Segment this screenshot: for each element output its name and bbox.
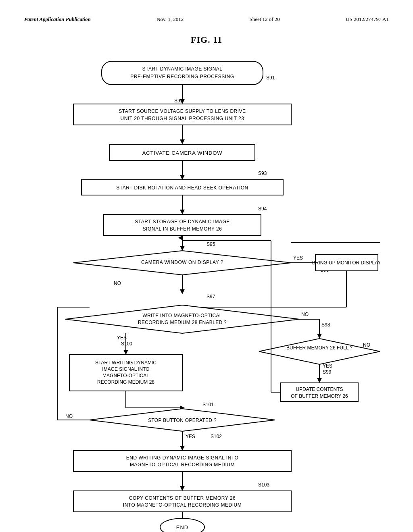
svg-text:YES: YES <box>293 255 303 261</box>
svg-text:S97: S97 <box>206 294 215 299</box>
svg-text:SIGNAL IN BUFFER MEMORY 26: SIGNAL IN BUFFER MEMORY 26 <box>143 226 222 232</box>
svg-text:RECORDING MEDIUM 28 ENABLED ?: RECORDING MEDIUM 28 ENABLED ? <box>138 320 227 325</box>
svg-rect-22 <box>104 214 261 235</box>
svg-text:WRITE INTO MAGNETO-OPTICAL: WRITE INTO MAGNETO-OPTICAL <box>142 313 222 318</box>
svg-text:START DISK ROTATION AND HEAD S: START DISK ROTATION AND HEAD SEEK OPERAT… <box>116 185 248 191</box>
svg-text:S100: S100 <box>121 341 132 347</box>
svg-text:BRING UP MONITOR DISPLAY: BRING UP MONITOR DISPLAY <box>312 260 380 266</box>
svg-text:STOP BUTTON OPERATED ?: STOP BUTTON OPERATED ? <box>148 418 217 423</box>
svg-text:YES: YES <box>186 434 195 439</box>
svg-text:NO: NO <box>301 312 309 317</box>
svg-text:S95: S95 <box>206 241 215 247</box>
svg-text:END: END <box>176 524 188 530</box>
page-header: Patent Application Publication Nov. 1, 2… <box>24 16 389 23</box>
page: Patent Application Publication Nov. 1, 2… <box>0 0 413 532</box>
svg-marker-49 <box>123 350 128 355</box>
svg-text:ACTIVATE CAMERA WINDOW: ACTIVATE CAMERA WINDOW <box>142 150 222 156</box>
svg-text:UNIT 20 THROUGH SIGNAL PROCESS: UNIT 20 THROUGH SIGNAL PROCESSING UNIT 2… <box>121 116 244 121</box>
svg-text:START STORAGE OF DYNAMIC IMAGE: START STORAGE OF DYNAMIC IMAGE <box>135 219 229 224</box>
svg-marker-11 <box>180 139 185 144</box>
svg-text:YES: YES <box>323 363 332 369</box>
svg-text:S101: S101 <box>202 402 214 407</box>
svg-marker-64 <box>317 378 322 383</box>
svg-marker-94 <box>180 486 185 491</box>
svg-marker-15 <box>180 175 185 180</box>
svg-text:START WRITING DYNAMIC: START WRITING DYNAMIC <box>95 360 156 366</box>
svg-text:MAGNETO-OPTICAL RECORDING MEDI: MAGNETO-OPTICAL RECORDING MEDIUM <box>130 462 235 468</box>
header-date: Nov. 1, 2012 <box>156 16 184 23</box>
svg-text:YES: YES <box>117 335 127 341</box>
svg-marker-27 <box>180 246 185 251</box>
svg-text:S103: S103 <box>258 482 269 488</box>
svg-text:END WRITING DYNAMIC IMAGE SIGN: END WRITING DYNAMIC IMAGE SIGNAL INTO <box>126 455 239 461</box>
svg-rect-90 <box>73 451 291 472</box>
svg-text:UPDATE CONTENTS: UPDATE CONTENTS <box>296 387 343 392</box>
flowchart-diagram: START DYNAMIC IMAGE SIGNAL PRE-EMPTIVE R… <box>33 57 380 532</box>
figure-title: FIG. 11 <box>24 35 389 45</box>
header-sheet: Sheet 12 of 20 <box>249 16 280 23</box>
svg-marker-55 <box>259 339 380 364</box>
svg-marker-36 <box>180 289 185 294</box>
svg-text:S99: S99 <box>323 369 332 375</box>
svg-text:NO: NO <box>363 342 370 348</box>
svg-text:PRE-EMPTIVE RECORDING PROCESSI: PRE-EMPTIVE RECORDING PROCESSING <box>130 74 234 79</box>
svg-text:OF BUFFER MEMORY 26: OF BUFFER MEMORY 26 <box>291 393 348 399</box>
svg-marker-20 <box>180 210 185 214</box>
svg-text:IMAGE SIGNAL INTO: IMAGE SIGNAL INTO <box>102 366 149 372</box>
svg-text:S92: S92 <box>174 98 183 104</box>
svg-text:MAGNETO-OPTICAL: MAGNETO-OPTICAL <box>102 373 149 378</box>
svg-text:S94: S94 <box>258 206 267 212</box>
svg-marker-26 <box>178 235 183 241</box>
svg-text:BUFFER MEMORY 26 FULL ?: BUFFER MEMORY 26 FULL ? <box>286 345 353 351</box>
svg-text:S91: S91 <box>266 75 275 81</box>
header-publication-label: Patent Application Publication <box>24 16 91 23</box>
svg-text:COPY CONTENTS OF BUFFER MEMORY: COPY CONTENTS OF BUFFER MEMORY 26 <box>129 495 236 501</box>
svg-text:START DYNAMIC IMAGE SIGNAL: START DYNAMIC IMAGE SIGNAL <box>142 66 222 72</box>
svg-text:CAMERA WINDOW ON DISPLAY ?: CAMERA WINDOW ON DISPLAY ? <box>141 260 223 265</box>
header-patent-number: US 2012/274797 A1 <box>346 16 389 23</box>
svg-rect-6 <box>73 104 291 125</box>
svg-rect-0 <box>102 61 263 85</box>
svg-text:RECORDING MEDIUM 28: RECORDING MEDIUM 28 <box>97 379 154 385</box>
svg-text:S102: S102 <box>211 434 222 439</box>
svg-text:INTO MAGNETO-OPTICAL RECORDING: INTO MAGNETO-OPTICAL RECORDING MEDIUM <box>123 502 242 508</box>
svg-marker-43 <box>65 305 299 333</box>
svg-text:START SOURCE VOLTAGE SUPPLY TO: START SOURCE VOLTAGE SUPPLY TO LENS DRIV… <box>119 108 246 114</box>
svg-marker-89 <box>180 446 185 451</box>
svg-marker-54 <box>317 334 322 339</box>
svg-text:S98: S98 <box>321 322 330 328</box>
svg-text:NO: NO <box>65 414 73 419</box>
svg-text:S93: S93 <box>258 170 267 176</box>
svg-text:NO: NO <box>114 281 121 286</box>
svg-rect-96 <box>73 491 291 512</box>
